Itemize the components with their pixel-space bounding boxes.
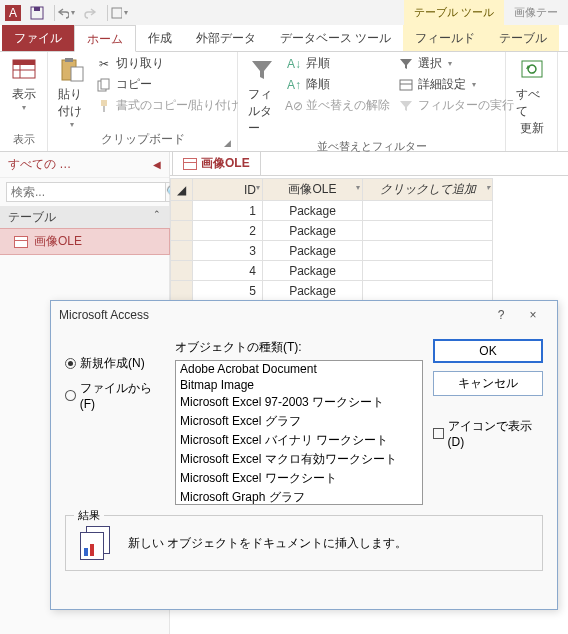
filter-icon bbox=[248, 56, 276, 84]
radio-create-new[interactable]: 新規作成(N) bbox=[65, 355, 165, 372]
sort-desc-button[interactable]: A↑降順 bbox=[284, 75, 392, 94]
cut-button[interactable]: ✂切り取り bbox=[94, 54, 241, 73]
sort-desc-icon: A↑ bbox=[286, 77, 302, 93]
radio-icon bbox=[65, 390, 76, 401]
advanced-button[interactable]: 詳細設定 bbox=[396, 75, 516, 94]
toggle-filter-icon bbox=[398, 98, 414, 114]
help-button[interactable]: ? bbox=[485, 308, 517, 322]
filter-button[interactable]: フィルター bbox=[244, 54, 280, 139]
cut-icon: ✂ bbox=[96, 56, 112, 72]
nav-item-table[interactable]: 画像OLE bbox=[0, 229, 169, 254]
table-row[interactable]: 4Package bbox=[171, 261, 493, 281]
advanced-icon bbox=[398, 77, 414, 93]
tab-home[interactable]: ホーム bbox=[74, 25, 136, 52]
selection-icon bbox=[398, 56, 414, 72]
result-text: 新しい オブジェクトをドキュメントに挿入します。 bbox=[128, 535, 532, 552]
svg-rect-16 bbox=[400, 80, 412, 90]
table-icon bbox=[14, 236, 28, 248]
format-painter-button[interactable]: 書式のコピー/貼り付け bbox=[94, 96, 241, 115]
tab-file[interactable]: ファイル bbox=[2, 25, 74, 51]
svg-rect-18 bbox=[522, 61, 542, 77]
select-all-cell[interactable]: ◢ bbox=[171, 179, 193, 201]
radio-from-file[interactable]: ファイルから(F) bbox=[65, 380, 165, 411]
svg-rect-10 bbox=[65, 58, 73, 62]
view-button[interactable]: 表示 ▾ bbox=[6, 54, 42, 114]
table-icon bbox=[183, 158, 197, 170]
result-icon bbox=[76, 526, 116, 560]
result-legend: 結果 bbox=[74, 508, 104, 523]
list-item[interactable]: Bitmap Image bbox=[176, 377, 422, 393]
column-header-add[interactable]: クリックして追加▾ bbox=[363, 179, 493, 201]
cancel-button[interactable]: キャンセル bbox=[433, 371, 543, 396]
context-tab-tools: テーブル ツール bbox=[404, 0, 504, 25]
redo-icon[interactable] bbox=[81, 4, 99, 22]
refresh-icon bbox=[518, 56, 546, 84]
chevron-double-left-icon[interactable]: ◀ bbox=[153, 159, 161, 170]
insert-object-dialog: Microsoft Access ? × 新規作成(N) ファイルから(F) オ… bbox=[50, 300, 558, 610]
undo-icon[interactable] bbox=[57, 4, 75, 22]
copy-icon bbox=[96, 77, 112, 93]
app-icon: A bbox=[4, 4, 22, 22]
paste-label: 貼り付け bbox=[58, 86, 86, 120]
close-button[interactable]: × bbox=[517, 308, 549, 322]
svg-rect-3 bbox=[34, 7, 40, 11]
object-type-listbox[interactable]: Adobe Acrobat Document Bitmap Image Micr… bbox=[175, 360, 423, 505]
qat-separator bbox=[107, 5, 108, 21]
display-as-icon-checkbox[interactable]: アイコンで表示(D) bbox=[433, 418, 543, 449]
sort-clear-button[interactable]: A⊘並べ替えの解除 bbox=[284, 96, 392, 115]
filter-label: フィルター bbox=[248, 86, 276, 137]
tab-create[interactable]: 作成 bbox=[136, 25, 184, 51]
paste-icon bbox=[58, 56, 86, 84]
list-item[interactable]: Microsoft Excel マクロ有効ワークシート bbox=[176, 450, 422, 469]
svg-rect-15 bbox=[103, 106, 105, 112]
list-item[interactable]: Microsoft Excel バイナリ ワークシート bbox=[176, 431, 422, 450]
table-row[interactable]: 1Package bbox=[171, 201, 493, 221]
column-dropdown-icon[interactable]: ▾ bbox=[486, 183, 490, 192]
list-item[interactable]: Adobe Acrobat Document bbox=[176, 361, 422, 377]
ok-button[interactable]: OK bbox=[433, 339, 543, 363]
nav-header[interactable]: すべての … ◀ bbox=[0, 152, 169, 178]
column-header-id[interactable]: ID▾ bbox=[193, 179, 263, 201]
qat-separator bbox=[54, 5, 55, 21]
table-row[interactable]: 5Package bbox=[171, 281, 493, 301]
column-dropdown-icon[interactable]: ▾ bbox=[256, 183, 260, 192]
paste-button[interactable]: 貼り付け ▾ bbox=[54, 54, 90, 131]
sort-asc-button[interactable]: A↓昇順 bbox=[284, 54, 392, 73]
tab-external[interactable]: 外部データ bbox=[184, 25, 268, 51]
nav-group-header[interactable]: テーブル ⌃ bbox=[0, 206, 169, 229]
column-header-ole[interactable]: 画像OLE▾ bbox=[263, 179, 363, 201]
svg-rect-11 bbox=[71, 67, 83, 81]
sort-asc-icon: A↓ bbox=[286, 56, 302, 72]
copy-button[interactable]: コピー bbox=[94, 75, 241, 94]
qat-more-icon[interactable] bbox=[110, 4, 128, 22]
tab-dbtools[interactable]: データベース ツール bbox=[268, 25, 403, 51]
tab-fields[interactable]: フィールド bbox=[403, 25, 487, 51]
view-label: 表示 bbox=[12, 86, 36, 103]
list-item[interactable]: Microsoft Excel 97-2003 ワークシート bbox=[176, 393, 422, 412]
table-row[interactable]: 2Package bbox=[171, 221, 493, 241]
dialog-title: Microsoft Access bbox=[59, 308, 149, 322]
tab-table[interactable]: テーブル bbox=[487, 25, 559, 51]
svg-rect-13 bbox=[101, 79, 109, 89]
refresh-all-button[interactable]: すべて 更新 bbox=[512, 54, 551, 139]
collapse-icon[interactable]: ⌃ bbox=[153, 209, 161, 226]
checkbox-icon bbox=[433, 428, 444, 439]
save-icon[interactable] bbox=[28, 4, 46, 22]
nav-search-input[interactable] bbox=[6, 182, 166, 202]
column-dropdown-icon[interactable]: ▾ bbox=[356, 183, 360, 192]
view-icon bbox=[10, 56, 38, 84]
document-tab[interactable]: 画像OLE bbox=[172, 152, 261, 175]
svg-rect-6 bbox=[13, 60, 35, 65]
radio-icon bbox=[65, 358, 76, 369]
toggle-filter-button[interactable]: フィルターの実行 bbox=[396, 96, 516, 115]
list-item[interactable]: Microsoft Excel ワークシート bbox=[176, 469, 422, 488]
clipboard-launcher[interactable]: ◢ bbox=[224, 138, 231, 148]
list-item[interactable]: Microsoft Graph グラフ bbox=[176, 488, 422, 505]
brush-icon bbox=[96, 98, 112, 114]
table-row[interactable]: 3Package bbox=[171, 241, 493, 261]
object-type-label: オブジェクトの種類(T): bbox=[175, 339, 423, 356]
svg-rect-4 bbox=[112, 8, 122, 18]
selection-button[interactable]: 選択 bbox=[396, 54, 516, 73]
svg-rect-14 bbox=[101, 100, 107, 106]
list-item[interactable]: Microsoft Excel グラフ bbox=[176, 412, 422, 431]
